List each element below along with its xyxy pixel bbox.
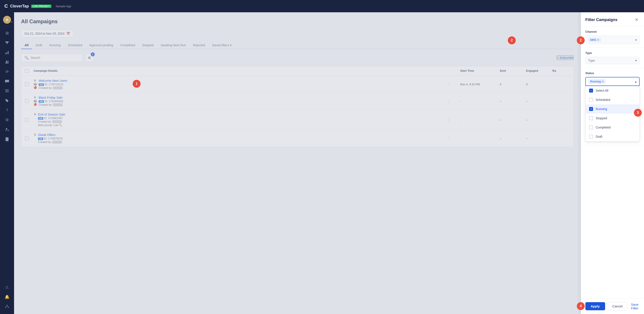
row-actions[interactable]: ⋮ [447,136,460,141]
row-checkbox[interactable] [25,136,34,140]
date-range-label: Oct 21, 2024 to Nov 20, 2024 [24,32,64,35]
svg-rect-0 [5,53,6,54]
sidebar-item-dashboard[interactable]: ⊞ [3,29,11,37]
sms-chip-remove[interactable]: ✕ [597,38,599,41]
campaign-name[interactable]: End of Season Sale [38,113,65,116]
dropdown-item-select-all[interactable]: ─ Select All [586,86,640,95]
sidebar-item-person-add[interactable] [3,126,11,134]
filter-button[interactable]: ⚙ 2 [85,53,94,62]
filter-panel-title: Filter Campaigns [585,17,618,22]
tab-running[interactable]: Running [46,42,64,49]
type-filter-section: Type Type ▾ [581,48,644,68]
campaign-id: SM ID: 1729876678 [38,137,62,140]
dropdown-item-running[interactable]: ✓ Running [586,104,640,114]
row-checkbox[interactable] [25,118,34,122]
campaign-name[interactable]: Diwali Offers [38,133,62,137]
cancel-button[interactable]: Cancel [608,302,627,311]
running-chip-remove[interactable]: ✕ [602,80,604,83]
tab-completed[interactable]: Completed [117,42,139,49]
type-select[interactable]: Type ▾ [585,57,640,64]
sidebar-item-users[interactable] [3,58,11,66]
tab-awaiting[interactable]: Awaiting Next Run [157,42,189,49]
sidebar-item-tag[interactable] [3,97,11,105]
dropdown-item-draft[interactable]: Draft [586,132,640,141]
close-filter-button[interactable]: ✕ [634,17,640,23]
sidebar-divider [4,26,10,26]
channel-icons: 🖥 [34,133,36,136]
running-checkbox: ✓ [589,107,593,111]
project-name: Sample App [56,4,71,8]
svg-line-17 [7,306,8,307]
channel-icons: 🖥 🤖 🍎 [34,79,37,89]
tab-saved-filters[interactable]: Saved filters ▾ [209,42,235,49]
sidebar-item-warning[interactable]: ⚠ [3,283,11,291]
svg-point-8 [6,128,7,129]
search-input[interactable] [30,56,79,59]
avatar[interactable]: A ▾ [3,16,11,24]
sidebar-item-funnel[interactable] [3,39,11,47]
col-campaign-details: Campaign Details [34,69,447,73]
sidebar-item-analytics[interactable] [3,48,11,56]
type-label: Type [585,51,640,55]
tab-all[interactable]: All [21,42,32,49]
status-trigger[interactable]: Running ✕ ▴ [585,77,640,86]
sidebar-item-settings[interactable]: ⚙ [3,116,11,124]
sidebar-item-sync[interactable]: ⟳ [3,68,11,76]
svg-point-3 [6,60,7,62]
dropdown-item-completed[interactable]: Completed [586,123,640,132]
row-checkbox[interactable] [25,82,34,86]
channel-select[interactable]: SMS ✕ ▾ [585,35,640,44]
running-chip: Running ✕ [588,79,606,84]
campaign-info: 🖥 🤖 🍎 Welcome New Users SM ID: 173071813… [34,79,447,89]
search-filter-row: 🔍 ⚙ 2 + Subscribe [21,53,574,62]
stopped-checkbox [589,116,593,120]
chevron-up-icon: ▴ [635,80,636,83]
type-placeholder: Type [588,59,595,62]
tab-draft[interactable]: Draft [32,42,46,49]
select-all-checkbox: ─ [589,89,593,93]
dropdown-item-scheduled[interactable]: Scheduled [586,95,640,104]
apply-button[interactable]: Apply [585,302,605,310]
table-row: 🖥 Diwali Offers SM ID: 1729876678 Create… [21,130,574,147]
row-actions[interactable]: ⋮ [447,117,460,122]
col-menu [447,69,460,73]
dropdown-item-stopped[interactable]: Stopped [586,114,640,123]
chevron-down-icon: ▾ [635,38,637,42]
sidebar-item-support[interactable]: ? [3,106,11,114]
select-all-label: Select All [596,89,608,92]
svg-rect-6 [5,91,9,91]
campaign-created-by: Created by: [39,86,67,89]
row-checkbox[interactable] [25,99,34,103]
sidebar-item-bookmark[interactable] [3,135,11,143]
tab-stopped[interactable]: Stopped [138,42,157,49]
sidebar-item-chat[interactable] [3,77,11,85]
draft-checkbox [589,135,593,139]
sidebar-item-bell[interactable]: 🔔 [3,293,11,301]
sidebar-item-tree[interactable] [3,303,11,311]
campaign-name[interactable]: Welcome New Users [39,79,67,82]
campaigns-table: Campaign Details Start Time Sent Engaged… [21,66,574,147]
campaign-created-by: Created by: [38,141,62,144]
tab-scheduled[interactable]: Scheduled [64,42,86,49]
search-box[interactable]: 🔍 [21,54,82,62]
annotation-1: 1 [133,80,140,88]
subscribe-button[interactable]: + Subscribe [556,55,574,60]
campaign-name[interactable]: Black Friday Sale [39,96,63,99]
status-dropdown: ─ Select All Scheduled ✓ [585,86,640,142]
save-filter-button[interactable]: Save Filter [630,303,640,310]
tab-rejected[interactable]: Rejected [189,42,208,49]
svg-rect-1 [6,52,7,54]
sidebar-item-list[interactable] [3,87,11,95]
stopped-label: Stopped [596,116,607,120]
table-header: Campaign Details Start Time Sent Engaged… [21,66,574,76]
row-actions[interactable]: ⋮ [447,82,460,87]
tab-approval[interactable]: Approval pending [86,42,117,49]
date-range-button[interactable]: Oct 21, 2024 to Nov 20, 2024 📅 [21,30,73,37]
row-actions[interactable]: ⋮ [447,99,460,104]
svg-line-16 [6,306,7,307]
campaign-info: 🖥 🤖 🍎 Black Friday Sale SM ID: 173040008… [34,96,447,106]
engaged-count: 0 [526,83,552,86]
start-time: - [460,118,500,122]
col-checkbox[interactable] [25,69,34,73]
status-label: Status [585,71,640,75]
